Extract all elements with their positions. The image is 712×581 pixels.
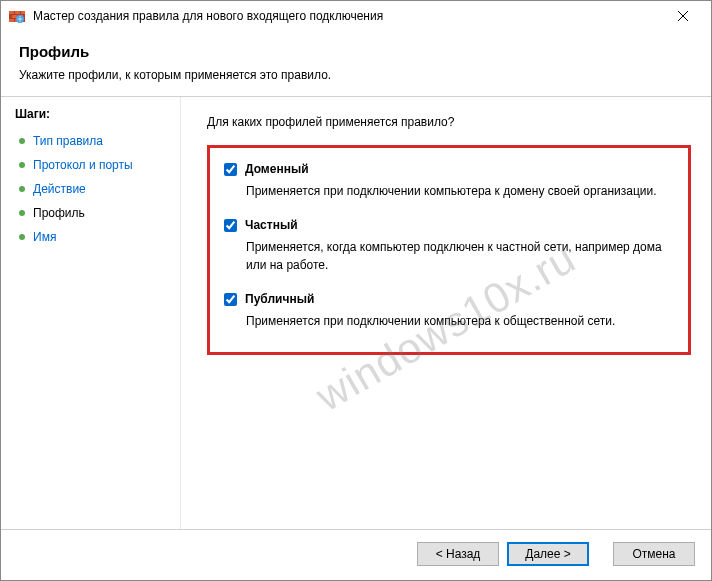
checkbox-domain[interactable] <box>224 163 237 176</box>
wizard-header: Профиль Укажите профили, к которым приме… <box>1 31 711 96</box>
sidebar-list: Тип правила Протокол и порты Действие Пр… <box>11 129 180 249</box>
page-title: Профиль <box>19 43 693 60</box>
back-button[interactable]: < Назад <box>417 542 499 566</box>
close-icon <box>678 11 688 21</box>
close-button[interactable] <box>663 2 703 30</box>
svg-rect-1 <box>9 11 14 14</box>
option-row: Доменный <box>224 162 670 176</box>
svg-rect-4 <box>12 15 17 18</box>
option-label: Публичный <box>245 292 314 306</box>
option-desc: Применяется при подключении компьютера к… <box>246 312 670 330</box>
main-content: Для каких профилей применяется правило? … <box>181 97 711 529</box>
bullet-icon <box>19 138 25 144</box>
titlebar: Мастер создания правила для нового входя… <box>1 1 711 31</box>
sidebar-item-label: Протокол и порты <box>33 158 133 172</box>
next-button[interactable]: Далее > <box>507 542 589 566</box>
checkbox-public[interactable] <box>224 293 237 306</box>
bullet-icon <box>19 162 25 168</box>
sidebar-item-label: Профиль <box>33 206 85 220</box>
window-title: Мастер создания правила для нового входя… <box>33 9 663 23</box>
wizard-footer: < Назад Далее > Отмена <box>1 529 711 577</box>
main-question: Для каких профилей применяется правило? <box>207 115 691 129</box>
sidebar-item-label: Тип правила <box>33 134 103 148</box>
sidebar-item-name[interactable]: Имя <box>11 225 180 249</box>
option-desc: Применяется при подключении компьютера к… <box>246 182 670 200</box>
option-public: Публичный Применяется при подключении ко… <box>224 292 670 330</box>
option-domain: Доменный Применяется при подключении ком… <box>224 162 670 200</box>
sidebar-item-action[interactable]: Действие <box>11 177 180 201</box>
firewall-icon <box>9 8 25 24</box>
sidebar-heading: Шаги: <box>11 107 180 121</box>
sidebar: Шаги: Тип правила Протокол и порты Дейст… <box>1 97 181 529</box>
sidebar-item-protocol-ports[interactable]: Протокол и порты <box>11 153 180 177</box>
svg-rect-6 <box>9 19 14 22</box>
sidebar-item-profile[interactable]: Профиль <box>11 201 180 225</box>
sidebar-item-rule-type[interactable]: Тип правила <box>11 129 180 153</box>
option-private: Частный Применяется, когда компьютер под… <box>224 218 670 274</box>
option-row: Публичный <box>224 292 670 306</box>
option-row: Частный <box>224 218 670 232</box>
options-highlight-box: Доменный Применяется при подключении ком… <box>207 145 691 355</box>
wizard-body: Шаги: Тип правила Протокол и порты Дейст… <box>1 97 711 529</box>
page-subtitle: Укажите профили, к которым применяется э… <box>19 68 693 82</box>
sidebar-item-label: Имя <box>33 230 56 244</box>
cancel-button[interactable]: Отмена <box>613 542 695 566</box>
svg-rect-2 <box>15 11 20 14</box>
option-label: Частный <box>245 218 298 232</box>
sidebar-item-label: Действие <box>33 182 86 196</box>
option-label: Доменный <box>245 162 309 176</box>
svg-rect-3 <box>21 11 25 14</box>
bullet-icon <box>19 186 25 192</box>
bullet-icon <box>19 234 25 240</box>
checkbox-private[interactable] <box>224 219 237 232</box>
bullet-icon <box>19 210 25 216</box>
option-desc: Применяется, когда компьютер подключен к… <box>246 238 670 274</box>
